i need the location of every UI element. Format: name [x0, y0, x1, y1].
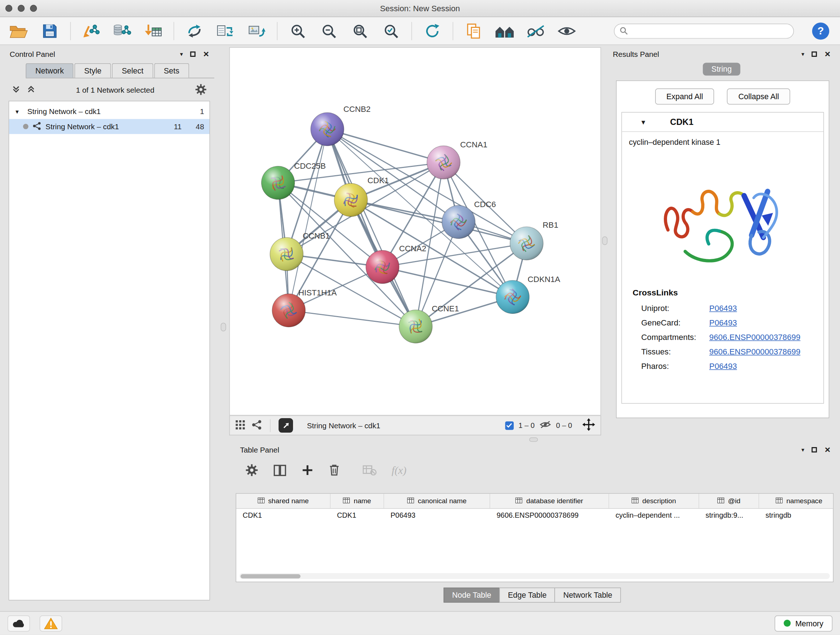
- panel-float-icon[interactable]: [190, 51, 196, 57]
- crosslink-value-link[interactable]: 9606.ENSP00000378699: [709, 333, 801, 341]
- network-node-hist1h1a[interactable]: HIST1H1A: [272, 288, 337, 327]
- window-zoom-icon[interactable]: [30, 5, 37, 11]
- collapse-all-tree-icon[interactable]: [27, 85, 35, 96]
- tab-network[interactable]: Network: [26, 63, 73, 78]
- network-canvas[interactable]: CCNB2CCNA1CDC25BCDK1CDC6RB1CCNB1CCNA2CDK…: [229, 47, 601, 415]
- column-header-description[interactable]: description: [609, 494, 699, 508]
- table-settings-gear-icon[interactable]: [245, 464, 258, 477]
- network-row[interactable]: String Network – cdk1 11 48: [9, 119, 210, 134]
- memory-button[interactable]: Memory: [775, 615, 832, 631]
- network-arrows-button[interactable]: [182, 19, 207, 42]
- tab-sets[interactable]: Sets: [154, 63, 189, 78]
- network-node-ccna1[interactable]: CCNA1: [427, 140, 487, 179]
- panel-float-icon[interactable]: [812, 447, 817, 453]
- tab-network-table[interactable]: Network Table: [554, 587, 621, 602]
- tab-edge-table[interactable]: Edge Table: [499, 587, 555, 602]
- window-close-icon[interactable]: [5, 5, 12, 11]
- crosslink-value-link[interactable]: P06493: [709, 361, 737, 371]
- tree-expander-icon[interactable]: ▼: [14, 109, 23, 114]
- hidden-eye-icon[interactable]: [539, 420, 551, 431]
- copy-document-button[interactable]: [461, 19, 486, 42]
- import-table-button[interactable]: [141, 19, 165, 42]
- splitter-handle[interactable]: [602, 236, 607, 245]
- tab-node-table[interactable]: Node Table: [444, 587, 500, 602]
- import-network-file-button[interactable]: [79, 19, 103, 42]
- warnings-button[interactable]: [40, 615, 62, 631]
- delete-column-trash-icon[interactable]: [328, 464, 340, 477]
- import-network-file-icon: [82, 22, 100, 39]
- clone-network-button[interactable]: [213, 19, 238, 42]
- share-network-icon[interactable]: [252, 420, 262, 432]
- window-minimize-icon[interactable]: [18, 5, 25, 11]
- network-edge[interactable]: [382, 267, 513, 297]
- network-node-ccnb1[interactable]: CCNB1: [270, 231, 330, 271]
- import-network-database-button[interactable]: [110, 19, 134, 42]
- column-header-canonical-name[interactable]: canonical name: [384, 494, 490, 508]
- network-node-cdc6[interactable]: CDC6: [442, 200, 496, 239]
- network-node-rb1[interactable]: RB1: [510, 220, 559, 260]
- network-edge[interactable]: [289, 310, 416, 326]
- save-session-button[interactable]: [38, 19, 62, 42]
- tab-select[interactable]: Select: [112, 63, 153, 78]
- zoom-out-button[interactable]: [317, 19, 341, 42]
- expand-all-button[interactable]: Expand All: [655, 88, 714, 104]
- horizontal-scrollbar[interactable]: [240, 573, 830, 579]
- column-header-id[interactable]: @id: [699, 494, 759, 508]
- search-input[interactable]: [631, 27, 788, 35]
- column-header-namespace[interactable]: namespace: [759, 494, 834, 508]
- home-views-button[interactable]: [493, 19, 517, 42]
- crosslink-value-link[interactable]: 9606.ENSP00000378699: [709, 347, 801, 356]
- panel-menu-icon[interactable]: ▾: [801, 51, 804, 57]
- network-edge[interactable]: [327, 129, 444, 163]
- column-header-database-identifier[interactable]: database identifier: [490, 494, 609, 508]
- zoom-in-button[interactable]: [286, 19, 310, 42]
- node-label: CDK1: [368, 176, 389, 185]
- network-collection-row[interactable]: ▼ String Network – cdk1 1: [9, 104, 210, 119]
- panel-menu-icon[interactable]: ▾: [801, 447, 804, 453]
- zoom-selected-icon: [383, 23, 399, 39]
- pan-crosshair-icon[interactable]: [583, 418, 595, 432]
- tab-string[interactable]: String: [703, 63, 740, 76]
- add-column-plus-icon[interactable]: [302, 464, 314, 476]
- tab-style[interactable]: Style: [74, 63, 111, 78]
- protein-structure-image: [653, 149, 792, 278]
- panel-close-icon[interactable]: ×: [825, 49, 831, 59]
- zoom-selected-button[interactable]: [379, 19, 403, 42]
- help-button[interactable]: ?: [812, 22, 829, 39]
- network-options-gear-icon[interactable]: [195, 83, 207, 97]
- scrollbar-thumb[interactable]: [240, 574, 301, 578]
- column-header-name[interactable]: name: [331, 494, 384, 508]
- collapse-all-button[interactable]: Collapse All: [727, 88, 790, 104]
- expand-all-tree-icon[interactable]: [12, 85, 21, 96]
- network-edge[interactable]: [289, 129, 327, 310]
- column-header-shared-name[interactable]: shared name: [236, 494, 331, 508]
- panel-menu-icon[interactable]: ▾: [180, 51, 183, 57]
- panel-float-icon[interactable]: [812, 51, 817, 57]
- show-columns-icon[interactable]: [273, 464, 286, 477]
- zoom-fit-button[interactable]: [347, 19, 372, 42]
- hide-glasses-button[interactable]: [523, 19, 548, 42]
- export-image-button[interactable]: [244, 19, 269, 42]
- cloud-sync-button[interactable]: [8, 615, 30, 631]
- panel-close-icon[interactable]: ×: [825, 445, 831, 455]
- network-edge[interactable]: [351, 200, 527, 243]
- splitter-handle[interactable]: [221, 323, 226, 331]
- refresh-view-button[interactable]: [420, 19, 445, 42]
- crosslink-value-link[interactable]: P06493: [709, 303, 737, 312]
- open-session-button[interactable]: [6, 19, 31, 42]
- annotation-grid-icon[interactable]: [235, 420, 245, 432]
- node-label: CCNB2: [343, 105, 370, 114]
- table-row[interactable]: CDK1CDK1P064939606.ENSP00000378699cyclin…: [236, 509, 833, 523]
- selected-checkbox-icon[interactable]: [505, 421, 514, 430]
- network-node-cdkn1a[interactable]: CDKN1A: [496, 275, 561, 314]
- copy-document-icon: [466, 22, 482, 39]
- show-eye-button[interactable]: [554, 19, 579, 42]
- entry-expander-icon[interactable]: ▼: [640, 119, 647, 125]
- network-edge[interactable]: [327, 129, 416, 326]
- crosslink-value-link[interactable]: P06493: [709, 318, 737, 327]
- panel-close-icon[interactable]: ×: [203, 49, 209, 59]
- protein-entry-header[interactable]: ▼ CDK1: [622, 112, 823, 132]
- birdseye-view-button[interactable]: [279, 418, 293, 432]
- network-node-cdk1[interactable]: CDK1: [334, 176, 389, 217]
- splitter-handle[interactable]: [529, 437, 538, 442]
